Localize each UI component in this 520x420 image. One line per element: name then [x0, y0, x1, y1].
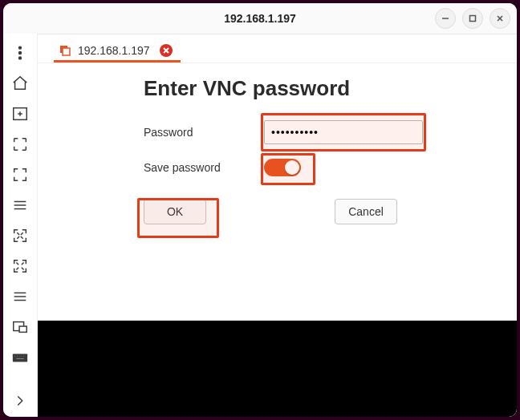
cancel-button[interactable]: Cancel [335, 199, 397, 224]
svg-point-6 [19, 57, 22, 59]
ok-button[interactable]: OK [144, 199, 206, 224]
svg-rect-26 [63, 48, 70, 55]
screenshot-icon[interactable] [10, 135, 30, 154]
left-toolbar [3, 34, 38, 417]
menu-lines2-icon[interactable] [10, 287, 30, 306]
content-area: Enter VNC password Password Save passwor… [38, 63, 517, 417]
tab-strip: 192.168.1.197 [38, 34, 517, 63]
new-connection-icon[interactable] [10, 104, 30, 123]
password-label: Password [144, 126, 264, 139]
close-button[interactable] [490, 8, 510, 29]
more-icon[interactable] [10, 43, 30, 63]
minimize-button[interactable] [435, 8, 456, 29]
svg-rect-21 [18, 355, 20, 357]
svg-rect-17 [19, 326, 26, 332]
svg-rect-22 [21, 355, 22, 357]
remote-screen-area [38, 321, 517, 417]
expand-sidebar-icon[interactable] [10, 391, 30, 410]
app-window: 192.168.1.197 [3, 3, 517, 417]
svg-rect-1 [470, 16, 476, 22]
svg-rect-23 [23, 355, 25, 357]
svg-point-4 [19, 46, 22, 49]
duplicate-icon [59, 44, 71, 57]
dialog-heading: Enter VNC password [144, 76, 457, 101]
window-buttons [435, 8, 510, 29]
toggle-knob [285, 160, 299, 175]
svg-rect-20 [16, 355, 18, 357]
home-icon[interactable] [10, 74, 30, 93]
vnc-password-dialog: Enter VNC password Password Save passwor… [144, 76, 457, 224]
scale-out-icon[interactable] [10, 256, 30, 276]
titlebar: 192.168.1.197 [3, 3, 517, 34]
save-password-toggle[interactable] [264, 159, 301, 176]
save-password-label: Save password [144, 161, 264, 174]
main-area: 192.168.1.197 Enter VNC password Passwor… [38, 34, 517, 417]
scale-in-icon[interactable] [10, 226, 30, 245]
password-input[interactable] [264, 120, 423, 144]
svg-rect-19 [14, 355, 16, 357]
maximize-button[interactable] [462, 8, 483, 29]
menu-lines-icon[interactable] [10, 196, 30, 215]
window-title: 192.168.1.197 [224, 12, 296, 25]
svg-rect-24 [16, 358, 25, 360]
connection-tab[interactable]: 192.168.1.197 [54, 39, 181, 63]
fullscreen-icon[interactable] [10, 165, 30, 184]
svg-point-5 [19, 52, 22, 55]
keyboard-icon[interactable] [10, 348, 30, 367]
multi-monitor-icon[interactable] [10, 317, 30, 337]
tab-label: 192.168.1.197 [78, 44, 150, 57]
tab-close-icon[interactable] [160, 44, 173, 57]
